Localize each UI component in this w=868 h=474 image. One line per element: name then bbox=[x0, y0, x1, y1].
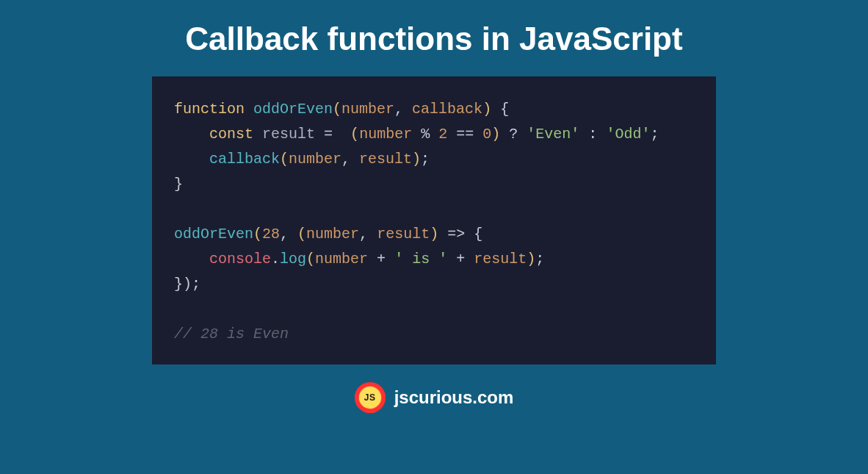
code-token: = bbox=[324, 126, 333, 143]
code-token: 'Even' bbox=[527, 126, 579, 143]
site-logo-icon: JS bbox=[355, 382, 386, 413]
code-snippet: function oddOrEven(number, callback) { c… bbox=[152, 76, 716, 365]
code-token: result bbox=[377, 226, 430, 243]
code-token: == bbox=[456, 126, 474, 143]
code-token: log bbox=[280, 251, 306, 267]
code-token: const bbox=[209, 126, 253, 143]
code-token: % bbox=[421, 126, 430, 143]
code-token: callback bbox=[412, 101, 482, 118]
code-token: oddOrEven bbox=[253, 101, 333, 118]
code-token: number bbox=[306, 226, 359, 243]
site-name: jscurious.com bbox=[394, 387, 514, 408]
footer: JS jscurious.com bbox=[355, 382, 514, 413]
code-token: oddOrEven bbox=[174, 226, 253, 243]
code-token: number bbox=[289, 151, 341, 168]
code-token: result bbox=[359, 151, 412, 168]
code-token: ' is ' bbox=[394, 251, 447, 267]
code-token: 2 bbox=[438, 126, 447, 143]
code-token: => bbox=[447, 226, 465, 243]
code-token: number bbox=[315, 251, 368, 267]
code-token: result bbox=[474, 251, 527, 267]
code-comment: // 28 is Even bbox=[174, 326, 289, 342]
code-token: number bbox=[341, 101, 394, 118]
code-token: 28 bbox=[262, 226, 280, 243]
code-token: result bbox=[262, 126, 315, 143]
code-token: number bbox=[359, 126, 412, 143]
page-title: Callback functions in JavaScript bbox=[185, 21, 682, 57]
code-token: 0 bbox=[482, 126, 491, 143]
code-token: function bbox=[174, 101, 245, 118]
code-token: : bbox=[588, 126, 597, 143]
code-token: 'Odd' bbox=[606, 126, 650, 143]
code-token: ? bbox=[509, 126, 518, 143]
code-token: console bbox=[209, 251, 271, 267]
code-token: callback bbox=[209, 151, 280, 168]
